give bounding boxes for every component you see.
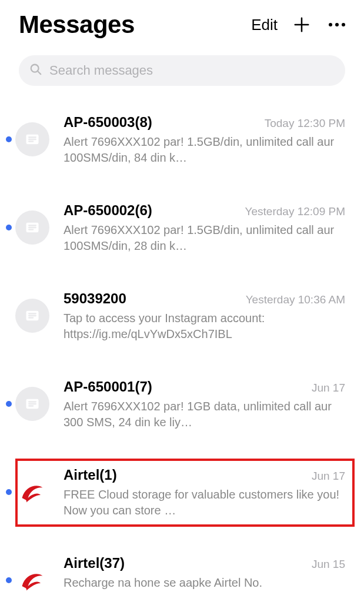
unread-indicator <box>6 136 12 142</box>
conversation-item[interactable]: AP-650003(8)Today 12:30 PMAlert 7696XXX1… <box>0 114 364 166</box>
header: Messages Edit <box>0 0 364 45</box>
conversation-item[interactable]: Airtel(1)Jun 17FREE Cloud storage for va… <box>0 467 364 519</box>
message-preview: Alert 7696XXX102 par! 1.5GB/din, unlimit… <box>64 134 345 166</box>
conversation-item[interactable]: AP-650001(7)Jun 17Alert 7696XXX102 par! … <box>0 379 364 430</box>
conversation-item[interactable]: AP-650002(6)Yesterday 12:09 PMAlert 7696… <box>0 202 364 254</box>
conversation-body: Airtel(37)Jun 15Recharge na hone se aapk… <box>64 555 345 591</box>
timestamp: Jun 17 <box>312 470 345 483</box>
conversation-item[interactable]: Airtel(37)Jun 15Recharge na hone se aapk… <box>0 555 364 597</box>
conversation-list: AP-650003(8)Today 12:30 PMAlert 7696XXX1… <box>0 92 364 597</box>
unread-indicator <box>6 225 12 230</box>
conversation-body: Airtel(1)Jun 17FREE Cloud storage for va… <box>64 467 345 519</box>
sender-name: Airtel(37) <box>64 555 125 571</box>
message-avatar-icon <box>15 299 49 333</box>
sender-name: 59039200 <box>64 290 126 307</box>
message-avatar-icon <box>15 122 49 156</box>
unread-indicator <box>6 401 12 407</box>
conversation-body: AP-650003(8)Today 12:30 PMAlert 7696XXX1… <box>64 114 345 166</box>
timestamp: Yesterday 12:09 PM <box>245 205 345 218</box>
sender-name: AP-650001(7) <box>64 379 152 395</box>
timestamp: Today 12:30 PM <box>265 117 345 130</box>
sender-name: AP-650002(6) <box>64 202 152 219</box>
conversation-item[interactable]: 59039200Yesterday 10:36 AMTap to access … <box>0 290 364 342</box>
page-title: Messages <box>19 11 236 39</box>
plus-icon <box>293 16 310 34</box>
more-icon <box>329 23 332 26</box>
timestamp: Yesterday 10:36 AM <box>246 293 345 306</box>
sender-name: AP-650003(8) <box>64 114 152 131</box>
timestamp: Jun 17 <box>312 382 345 394</box>
airtel-avatar-icon <box>15 475 49 509</box>
more-button[interactable] <box>326 23 345 26</box>
sender-name: Airtel(1) <box>64 467 117 483</box>
conversation-body: 59039200Yesterday 10:36 AMTap to access … <box>64 290 345 342</box>
unread-indicator <box>6 489 12 495</box>
search-placeholder: Search messages <box>49 63 153 78</box>
message-preview: Tap to access your Instagram account: ht… <box>64 310 345 342</box>
airtel-avatar-icon <box>15 563 49 597</box>
unread-indicator <box>6 577 12 583</box>
conversation-body: AP-650001(7)Jun 17Alert 7696XXX102 par! … <box>64 379 345 430</box>
edit-button[interactable]: Edit <box>251 16 278 34</box>
compose-button[interactable] <box>293 16 310 34</box>
timestamp: Jun 15 <box>312 558 345 571</box>
conversation-body: AP-650002(6)Yesterday 12:09 PMAlert 7696… <box>64 202 345 254</box>
search-icon <box>29 63 42 78</box>
message-preview: Alert 7696XXX102 par! 1.5GB/din, unlimit… <box>64 222 345 254</box>
message-preview: Alert 7696XXX102 par! 1GB data, unlimite… <box>64 399 345 430</box>
message-avatar-icon <box>15 210 49 245</box>
search-bar[interactable]: Search messages <box>19 55 345 86</box>
message-avatar-icon <box>15 387 49 421</box>
message-preview: FREE Cloud storage for valuable customer… <box>64 487 345 519</box>
svg-line-3 <box>38 71 41 75</box>
message-preview: Recharge na hone se aapke Airtel No. <box>64 575 345 591</box>
